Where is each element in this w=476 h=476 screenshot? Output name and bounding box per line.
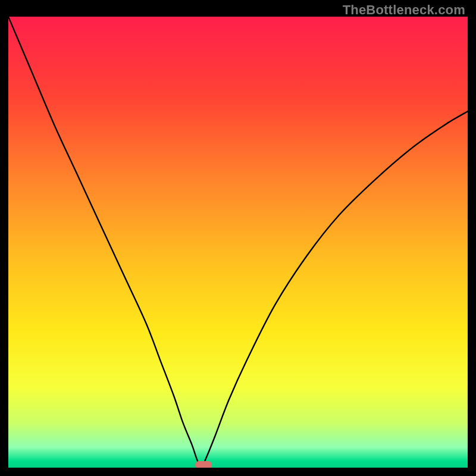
plot-area <box>8 17 468 468</box>
gradient-background <box>8 17 468 468</box>
watermark-text: TheBottleneck.com <box>343 2 465 18</box>
plot-frame <box>8 17 468 468</box>
optimal-marker <box>195 461 212 468</box>
chart-container: TheBottleneck.com <box>0 0 476 476</box>
chart-svg <box>8 17 468 468</box>
